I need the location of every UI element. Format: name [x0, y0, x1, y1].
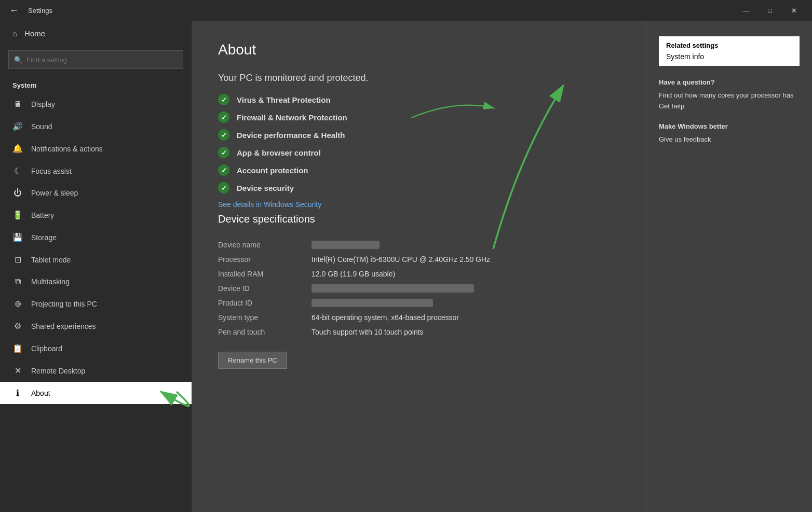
- protection-item-label: Account protection: [237, 166, 308, 175]
- spec-value: Intel(R) Core(TM) i5-6300U CPU @ 2.40GHz…: [312, 252, 620, 267]
- home-icon: ⌂: [12, 29, 17, 38]
- check-circle-icon: ✓: [218, 94, 229, 105]
- sidebar-label-sound: Sound: [31, 122, 52, 131]
- sidebar-label-about: About: [31, 389, 50, 397]
- page-title: About: [218, 41, 620, 58]
- protection-item-label: Firewall & Network Protection: [237, 113, 347, 122]
- sidebar-icon-about: ℹ: [12, 388, 23, 398]
- sidebar-item-clipboard[interactable]: 📋 Clipboard: [0, 337, 192, 359]
- sidebar-item-multitasking[interactable]: ⧉ Multitasking: [0, 271, 192, 293]
- check-circle-icon: ✓: [218, 182, 229, 193]
- spec-table: Device name ██████ ██████ Processor Inte…: [218, 238, 620, 339]
- check-circle-icon: ✓: [218, 129, 229, 141]
- spec-label: Device name: [218, 238, 312, 252]
- sidebar-item-remote-desktop[interactable]: ✕ Remote Desktop: [0, 359, 192, 382]
- table-row: Installed RAM 12.0 GB (11.9 GB usable): [218, 267, 620, 281]
- spec-value: ███████████████ ███ ████: [312, 296, 620, 310]
- spec-label: Device ID: [218, 281, 312, 296]
- sidebar-icon-shared-experiences: ⚙: [12, 321, 23, 331]
- spec-value: ██ ████ ██ ██ ████████ ████ ██ ████: [312, 281, 620, 296]
- spec-label: Processor: [218, 252, 312, 267]
- sidebar-icon-notifications: 🔔: [12, 144, 23, 154]
- see-details-link[interactable]: See details in Windows Security: [218, 200, 321, 209]
- system-info-link[interactable]: System info: [666, 52, 792, 61]
- sidebar-label-power-sleep: Power & sleep: [31, 189, 78, 197]
- sidebar-items-list: 🖥 Display 🔊 Sound 🔔 Notifications & acti…: [0, 93, 192, 404]
- help-links-list: Find out how many cores your processor h…: [659, 91, 800, 110]
- have-question-title: Have a question?: [659, 78, 800, 86]
- sidebar-item-sound[interactable]: 🔊 Sound: [0, 115, 192, 137]
- sidebar-label-remote-desktop: Remote Desktop: [31, 367, 85, 375]
- sidebar-item-battery[interactable]: 🔋 Battery: [0, 204, 192, 226]
- right-panel: Related settings System info Have a ques…: [646, 21, 812, 512]
- sidebar-icon-tablet-mode: ⊡: [12, 255, 23, 265]
- check-circle-icon: ✓: [218, 112, 229, 123]
- sidebar-icon-focus-assist: ☾: [12, 166, 23, 176]
- minimize-button[interactable]: —: [734, 2, 758, 19]
- help-link[interactable]: Find out how many cores your processor h…: [659, 91, 800, 99]
- sidebar-item-projecting[interactable]: ⊕ Projecting to this PC: [0, 293, 192, 315]
- check-circle-icon: ✓: [218, 164, 229, 176]
- sidebar-item-about[interactable]: ℹ About: [0, 382, 192, 404]
- main-content: About Your PC is monitored and protected…: [192, 21, 646, 512]
- sidebar-icon-sound: 🔊: [12, 121, 23, 131]
- sidebar-item-storage[interactable]: 💾 Storage: [0, 226, 192, 248]
- sidebar-icon-storage: 💾: [12, 232, 23, 242]
- related-settings-title: Related settings: [666, 41, 792, 49]
- sidebar-label-battery: Battery: [31, 211, 54, 219]
- spec-value: ██████ ██████: [312, 238, 620, 252]
- sidebar-item-display[interactable]: 🖥 Display: [0, 93, 192, 115]
- sidebar-icon-multitasking: ⧉: [12, 277, 23, 286]
- sidebar-item-shared-experiences[interactable]: ⚙ Shared experiences: [0, 315, 192, 337]
- search-icon: 🔍: [14, 56, 22, 64]
- table-row: Device name ██████ ██████: [218, 238, 620, 252]
- protection-item: ✓ App & browser control: [218, 147, 620, 158]
- sidebar-item-power-sleep[interactable]: ⏻ Power & sleep: [0, 182, 192, 204]
- protection-item-label: Device security: [237, 184, 294, 192]
- check-circle-icon: ✓: [218, 147, 229, 158]
- make-better-title: Make Windows better: [659, 122, 800, 130]
- home-label: Home: [24, 29, 45, 38]
- table-row: Device ID ██ ████ ██ ██ ████████ ████ ██…: [218, 281, 620, 296]
- spec-label: Pen and touch: [218, 325, 312, 339]
- spec-label: Product ID: [218, 296, 312, 310]
- search-box[interactable]: 🔍: [8, 50, 183, 69]
- sidebar-label-tablet-mode: Tablet mode: [31, 256, 71, 264]
- sidebar-section-title: System: [0, 77, 192, 93]
- protection-item-label: Device performance & Health: [237, 131, 345, 140]
- spec-value: Touch support with 10 touch points: [312, 325, 620, 339]
- protection-items-list: ✓ Virus & Threat Protection ✓ Firewall &…: [218, 94, 620, 193]
- close-button[interactable]: ✕: [782, 2, 806, 19]
- protection-item: ✓ Firewall & Network Protection: [218, 112, 620, 123]
- sidebar-item-notifications[interactable]: 🔔 Notifications & actions: [0, 137, 192, 160]
- device-spec-title: Device specifications: [218, 213, 620, 225]
- protection-item-label: App & browser control: [237, 148, 321, 157]
- back-button[interactable]: ←: [6, 3, 22, 18]
- sidebar-label-clipboard: Clipboard: [31, 344, 62, 353]
- maximize-button[interactable]: □: [758, 2, 782, 19]
- protection-item: ✓ Account protection: [218, 164, 620, 176]
- rename-pc-button[interactable]: Rename this PC: [218, 352, 287, 369]
- titlebar-title: Settings: [28, 7, 52, 15]
- spec-label: System type: [218, 310, 312, 325]
- sidebar-icon-power-sleep: ⏻: [12, 188, 23, 198]
- search-input[interactable]: [26, 56, 178, 64]
- spec-value: 12.0 GB (11.9 GB usable): [312, 267, 620, 281]
- sidebar-item-focus-assist[interactable]: ☾ Focus assist: [0, 160, 192, 182]
- sidebar: ⌂ Home 🔍 System 🖥 Display 🔊 Sound 🔔 Noti…: [0, 21, 192, 512]
- sidebar-icon-battery: 🔋: [12, 210, 23, 220]
- titlebar-left: ← Settings: [6, 3, 52, 18]
- sidebar-label-projecting: Projecting to this PC: [31, 300, 97, 308]
- spec-value: 64-bit operating system, x64-based proce…: [312, 310, 620, 325]
- sidebar-label-notifications: Notifications & actions: [31, 145, 103, 153]
- protection-item-label: Virus & Threat Protection: [237, 95, 331, 104]
- sidebar-item-tablet-mode[interactable]: ⊡ Tablet mode: [0, 248, 192, 271]
- feedback-link[interactable]: Give us feedback: [659, 135, 800, 143]
- sidebar-icon-projecting: ⊕: [12, 299, 23, 309]
- sidebar-home[interactable]: ⌂ Home: [0, 21, 192, 46]
- help-link[interactable]: Get help: [659, 102, 800, 110]
- sidebar-label-focus-assist: Focus assist: [31, 167, 72, 175]
- table-row: Pen and touch Touch support with 10 touc…: [218, 325, 620, 339]
- app-container: ⌂ Home 🔍 System 🖥 Display 🔊 Sound 🔔 Noti…: [0, 21, 812, 512]
- protection-item: ✓ Virus & Threat Protection: [218, 94, 620, 105]
